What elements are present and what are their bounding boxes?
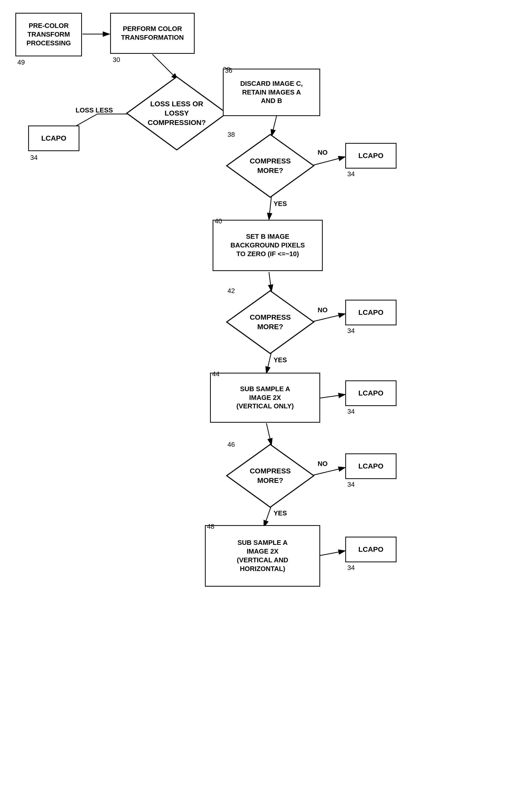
perform-color-node: PERFORM COLOR TRANSFORMATION	[110, 13, 195, 54]
compress-more-1-number: 38	[227, 131, 235, 138]
svg-line-9	[269, 272, 271, 292]
sub-sample-2-number: 48	[207, 523, 214, 530]
compression-diamond: LOSS LESS OR LOSSY COMPRESSION?	[126, 76, 228, 151]
yes-label-2: YES	[273, 356, 287, 364]
sub-sample-1-label: SUB SAMPLE A IMAGE 2X (VERTICAL ONLY)	[236, 385, 294, 411]
lcapo-r3-node: LCAPO	[345, 380, 397, 406]
set-b-image-number: 40	[215, 217, 222, 225]
perform-color-number: 30	[113, 56, 120, 64]
compress-more-2-number: 42	[227, 287, 235, 295]
lcapo-left-node: LCAPO	[28, 126, 79, 151]
lcapo-r1-node: LCAPO	[345, 143, 397, 169]
sub-sample-2-node: SUB SAMPLE A IMAGE 2X (VERTICAL AND HORI…	[205, 525, 320, 587]
no-label-2: NO	[318, 306, 328, 314]
no-label-1: NO	[318, 149, 328, 156]
compress-more-3-number: 46	[227, 440, 235, 449]
pre-color-transform-node: PRE-COLOR TRANSFORM PROCESSING	[15, 13, 82, 56]
lcapo-left-label: LCAPO	[41, 134, 66, 143]
svg-line-10	[313, 314, 345, 321]
lcapo-left-number: 34	[30, 154, 38, 162]
svg-line-13	[266, 423, 271, 445]
lcapo-r5-node: LCAPO	[345, 537, 397, 562]
svg-line-14	[313, 468, 345, 475]
svg-line-12	[318, 394, 345, 398]
set-b-image-node: SET B IMAGE BACKGROUND PIXELS TO ZERO (I…	[213, 220, 323, 271]
compress-more-2-diamond: COMPRESS MORE?	[225, 289, 315, 355]
discard-image-label: DISCARD IMAGE C, RETAIN IMAGES A AND B	[240, 79, 303, 105]
lcapo-r4-number: 34	[347, 481, 355, 489]
compress-more-3-diamond: COMPRESS MORE?	[225, 443, 315, 508]
compress-more-1-diamond: COMPRESS MORE?	[225, 133, 315, 199]
pre-color-number: 49	[17, 58, 25, 67]
lcapo-r4-label: LCAPO	[358, 462, 383, 471]
svg-line-8	[269, 195, 271, 220]
lcapo-r1-label: LCAPO	[358, 151, 383, 161]
lcapo-r2-label: LCAPO	[358, 308, 383, 317]
lcapo-r5-label: LCAPO	[358, 545, 383, 554]
perform-color-label: PERFORM COLOR TRANSFORMATION	[121, 24, 184, 42]
lcapo-r3-number: 34	[347, 408, 355, 415]
discard-image-node: DISCARD IMAGE C, RETAIN IMAGES A AND B	[223, 69, 320, 116]
lcapo-r2-number: 34	[347, 327, 355, 335]
loss-less-label: LOSS LESS	[76, 106, 113, 114]
no-label-3: NO	[318, 460, 328, 468]
yes-label-3: YES	[273, 509, 287, 517]
svg-line-16	[318, 551, 345, 556]
sub-sample-1-node: SUB SAMPLE A IMAGE 2X (VERTICAL ONLY)	[210, 373, 320, 423]
sub-sample-2-label: SUB SAMPLE A IMAGE 2X (VERTICAL AND HORI…	[237, 539, 288, 573]
lcapo-r5-number: 34	[347, 564, 355, 572]
lcapo-r2-node: LCAPO	[345, 300, 397, 325]
discard-image-number: 36	[225, 67, 232, 75]
pre-color-label: PRE-COLOR TRANSFORM PROCESSING	[26, 21, 71, 48]
lcapo-r1-number: 34	[347, 170, 355, 178]
lcapo-r3-label: LCAPO	[358, 389, 383, 398]
sub-sample-1-number: 44	[212, 370, 220, 378]
set-b-image-label: SET B IMAGE BACKGROUND PIXELS TO ZERO (I…	[230, 232, 305, 258]
yes-label-1: YES	[273, 200, 287, 208]
svg-line-7	[313, 157, 345, 165]
lcapo-r4-node: LCAPO	[345, 453, 397, 479]
